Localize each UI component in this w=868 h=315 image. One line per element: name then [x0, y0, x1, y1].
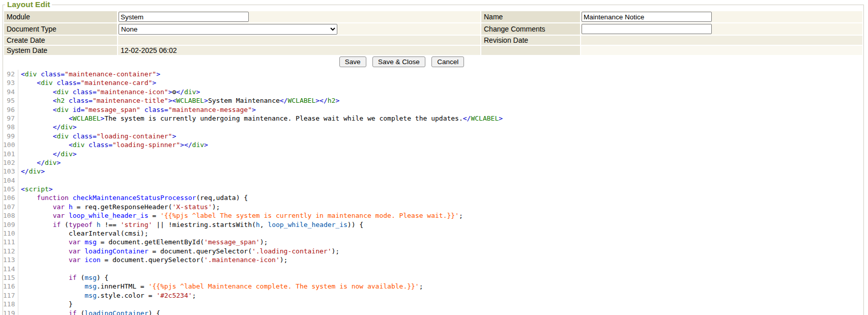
line-number: 95 — [3, 96, 17, 105]
code-text: </div> — [21, 150, 77, 158]
line-number: 112 — [3, 247, 17, 255]
code-line[interactable]: 99 <div class="loading-container"> — [3, 132, 863, 140]
cancel-button[interactable]: Cancel — [431, 56, 464, 67]
document-type-label: Document Type — [4, 23, 117, 35]
code-line[interactable]: 96 <div id="message_span" class="mainten… — [3, 105, 863, 114]
line-number: 114 — [3, 265, 17, 273]
line-number: 119 — [3, 309, 17, 315]
code-line[interactable]: 116 msg.innerHTML = '{{%pjs ^label Maint… — [3, 282, 863, 291]
line-number: 104 — [3, 176, 17, 185]
code-line[interactable]: 109 if (typeof h !== 'string' || !miestr… — [3, 220, 863, 229]
line-number: 115 — [3, 273, 17, 282]
code-text: <div class="maintenance-container"> — [21, 70, 160, 78]
module-input[interactable] — [119, 12, 249, 22]
code-text: <script> — [21, 185, 53, 193]
code-line[interactable]: 101 </div> — [3, 150, 863, 158]
code-line[interactable]: 111 var msg = document.getElementById('m… — [3, 238, 863, 246]
layout-edit-panel: Layout Edit Module Name Document Type No… — [3, 0, 864, 315]
save-button[interactable]: Save — [339, 56, 366, 67]
empty-label-cell — [481, 46, 580, 55]
code-text: var msg = document.getElementById('messa… — [21, 238, 268, 246]
code-text: if (typeof h !== 'string' || !miestring.… — [21, 221, 363, 228]
line-number: 105 — [3, 185, 17, 193]
code-text: <div class="loading-container"> — [21, 132, 176, 140]
module-value-cell — [118, 11, 480, 22]
revision-date-label: Revision Date — [481, 36, 580, 45]
code-line[interactable]: 107 var h = req.getResponseHeader('X-sta… — [3, 203, 863, 211]
line-number: 116 — [3, 282, 17, 291]
line-number: 99 — [3, 132, 17, 140]
line-number: 98 — [3, 123, 17, 131]
code-line[interactable]: 93 <div class="maintenance-card"> — [3, 78, 863, 87]
line-number: 101 — [3, 150, 17, 158]
module-label: Module — [4, 11, 117, 22]
code-line[interactable]: 94 <div class="maintenance-icon">⚙</div> — [3, 88, 863, 96]
code-text: <div id="message_span" class="maintenanc… — [21, 106, 256, 113]
code-text: var h = req.getResponseHeader('X-status'… — [21, 203, 220, 211]
code-text: </div> — [21, 159, 61, 166]
code-line[interactable]: 108 var loop_while_header_is = '{{%pjs ^… — [3, 211, 863, 220]
line-number: 103 — [3, 167, 17, 176]
line-number: 117 — [3, 291, 17, 300]
document-type-select[interactable]: None — [119, 24, 337, 35]
code-line[interactable]: 117 msg.style.color = '#2c5234'; — [3, 291, 863, 300]
code-line[interactable]: 95 <h2 class="maintenance-title"><WCLABE… — [3, 96, 863, 105]
create-date-value — [118, 36, 480, 45]
code-text: <WCLABEL>The system is currently undergo… — [21, 114, 503, 122]
code-text: <div class="loading-spinner"></div> — [21, 141, 208, 149]
code-text: function checkMaintenanceStatusProcessor… — [21, 194, 248, 202]
gutter-divider — [18, 70, 18, 315]
line-number: 108 — [3, 211, 17, 220]
page-title: Layout Edit — [5, 0, 52, 9]
system-date-value: 12-02-2025 06:02 — [118, 46, 480, 55]
line-number: 92 — [3, 70, 17, 78]
layout-edit-form: Module Name Document Type None Change Co… — [4, 11, 862, 55]
change-comments-input[interactable] — [582, 24, 712, 34]
code-line[interactable]: 113 var icon = document.querySelector('.… — [3, 255, 863, 264]
code-line[interactable]: 92<div class="maintenance-container"> — [3, 70, 863, 78]
line-number: 100 — [3, 140, 17, 149]
line-number: 118 — [3, 300, 17, 308]
code-text: var icon = document.querySelector('.main… — [21, 256, 287, 264]
code-line[interactable]: 112 var loadingContainer = document.quer… — [3, 247, 863, 255]
code-text: } — [21, 300, 73, 308]
line-number: 96 — [3, 105, 17, 114]
code-text: if (loadingContainer) { — [21, 309, 160, 315]
code-text: clearInterval(cmsi); — [21, 230, 148, 237]
code-text: <h2 class="maintenance-title"><WCLABEL>S… — [21, 97, 339, 104]
code-line[interactable]: 119 if (loadingContainer) { — [3, 309, 863, 315]
create-date-label: Create Date — [4, 36, 117, 45]
code-line[interactable]: 118 } — [3, 300, 863, 308]
line-number: 102 — [3, 158, 17, 167]
code-line[interactable]: 104 — [3, 176, 863, 185]
code-text: var loadingContainer = document.querySel… — [21, 247, 339, 255]
code-line[interactable]: 106 function checkMaintenanceStatusProce… — [3, 193, 863, 202]
document-type-value-cell: None — [118, 23, 480, 35]
empty-value-cell — [581, 46, 862, 55]
line-number: 110 — [3, 229, 17, 238]
code-text: msg.innerHTML = '{{%pjs ^label Maintenan… — [21, 282, 423, 290]
code-line[interactable]: 97 <WCLABEL>The system is currently unde… — [3, 114, 863, 123]
code-line[interactable]: 110 clearInterval(cmsi); — [3, 229, 863, 238]
code-line[interactable]: 114 — [3, 265, 863, 273]
line-number: 106 — [3, 193, 17, 202]
revision-date-value — [581, 36, 862, 45]
code-text: <div class="maintenance-icon">⚙</div> — [21, 88, 200, 96]
code-text: var loop_while_header_is = '{{%pjs ^labe… — [21, 212, 463, 219]
code-text: </div> — [21, 167, 45, 175]
name-label: Name — [481, 11, 580, 22]
code-text: </div> — [21, 123, 77, 131]
line-number: 113 — [3, 255, 17, 264]
change-comments-value-cell — [581, 23, 862, 35]
code-line[interactable]: 98 </div> — [3, 123, 863, 131]
save-and-close-button[interactable]: Save & Close — [372, 56, 425, 67]
name-input[interactable] — [582, 12, 712, 22]
code-line[interactable]: 103</div> — [3, 167, 863, 176]
button-bar: Save Save & Close Cancel — [3, 56, 863, 68]
code-editor[interactable]: 92<div class="maintenance-container">93 … — [3, 70, 863, 315]
code-line[interactable]: 115 if (msg) { — [3, 273, 863, 282]
code-line[interactable]: 102 </div> — [3, 158, 863, 167]
code-line[interactable]: 105<script> — [3, 185, 863, 193]
line-number: 94 — [3, 88, 17, 96]
code-line[interactable]: 100 <div class="loading-spinner"></div> — [3, 140, 863, 149]
